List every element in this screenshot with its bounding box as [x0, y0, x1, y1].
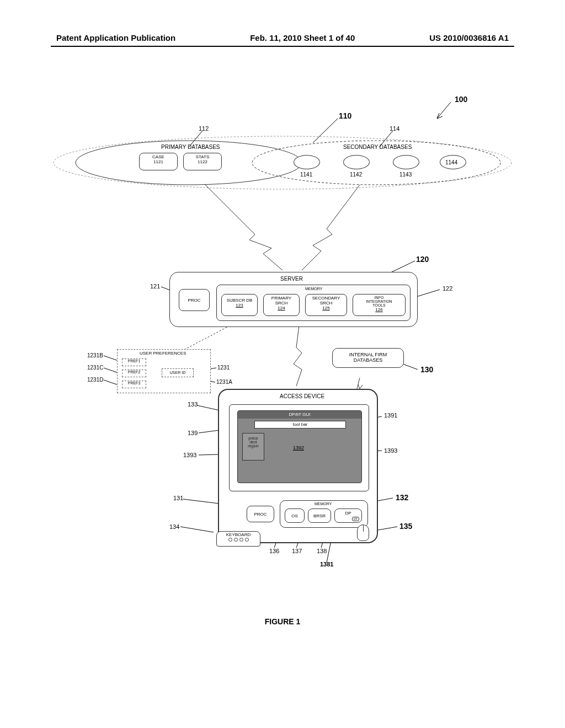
ref-1142: 1142 — [350, 172, 362, 178]
connectors-svg — [51, 47, 514, 643]
secondary-srch-label: SECONDARY SRCH — [306, 296, 347, 306]
figure-1-diagram: 100 110 112 114 120 121 122 130 1231B 12… — [51, 47, 514, 643]
dp-label: DP — [345, 511, 351, 516]
gui-toolbar: tool bar — [254, 421, 346, 429]
mouse-icon — [357, 524, 369, 541]
ref-112: 112 — [199, 125, 209, 132]
figure-caption: FIGURE 1 — [51, 617, 514, 626]
dp-iit-module: DP IIT — [334, 508, 362, 523]
subscr-db-ref: 123 — [222, 303, 257, 308]
primary-db-title: PRIMARY DATABASES — [161, 144, 220, 150]
ref-1393-left: 1393 — [183, 452, 196, 458]
ref-130: 130 — [420, 366, 433, 374]
access-device-title: ACCESS DEVICE — [280, 393, 324, 399]
stats-db-ref: 1122 — [184, 159, 221, 164]
device-screen: DP/IIT GUI tool bar prece dent region 13… — [229, 404, 369, 491]
ref-135: 135 — [399, 522, 412, 531]
case-db-ref: 1121 — [140, 159, 177, 164]
ref-132: 132 — [396, 494, 408, 502]
ref-137: 137 — [292, 548, 302, 554]
ref-1231D: 1231D — [87, 377, 103, 383]
ref-1393-right: 1393 — [384, 447, 397, 454]
user-id-box: USER ID — [162, 368, 194, 377]
server-box: SERVER PROC MEMORY SUBSCR DB 123 PRIMARY… — [169, 272, 418, 327]
access-device: ACCESS DEVICE DP/IIT GUI tool bar prece … — [218, 389, 378, 543]
ref-136: 136 — [269, 548, 279, 554]
ref-139: 139 — [188, 430, 198, 436]
ref-100: 100 — [455, 95, 467, 104]
ref-120: 120 — [416, 255, 429, 264]
main-region-ref: 1392 — [293, 445, 304, 451]
stats-db: STATS 1122 — [183, 153, 222, 170]
sec-db-1143 — [393, 155, 419, 169]
secondary-srch-ref: 125 — [306, 306, 347, 311]
info-tools-ref: 126 — [353, 307, 405, 312]
header-center: Feb. 11, 2010 Sheet 1 of 40 — [250, 33, 355, 42]
ref-1231C: 1231C — [87, 365, 103, 371]
ref-1144: 1144 — [445, 159, 457, 165]
info-tools: INFO INTEGRATION TOOLS 126 — [353, 294, 406, 316]
dp-iit-gui: DP/IIT GUI tool bar prece dent region 13… — [237, 410, 362, 483]
ref-138: 138 — [317, 548, 327, 554]
keyboard: KEYBOARD — [216, 531, 260, 547]
ref-1143: 1143 — [399, 172, 412, 178]
ref-122: 122 — [443, 285, 452, 292]
ref-121: 121 — [150, 283, 160, 290]
subscr-db: SUBSCR DB 123 — [221, 294, 258, 316]
precedent-region: prece dent region — [242, 433, 264, 461]
primary-srch-label: PRIMARY SRCH — [264, 296, 299, 306]
keyboard-label: KEYBOARD — [217, 532, 260, 537]
server-memory-label: MEMORY — [305, 287, 322, 291]
ref-134: 134 — [169, 523, 179, 530]
secondary-db-title: SECONDARY DATABASES — [343, 144, 412, 150]
ref-131: 131 — [173, 495, 183, 501]
brsr-module: BRSR — [308, 508, 331, 523]
device-memory: MEMORY OS BRSR DP IIT — [280, 500, 368, 528]
server-memory: MEMORY SUBSCR DB 123 PRIMARY SRCH 124 SE… — [216, 285, 411, 321]
ref-133: 133 — [188, 401, 198, 408]
user-preferences-box: USER PREFERENCES PREF1 PREF2 PREF3 USER … — [117, 349, 211, 393]
ref-1231: 1231 — [217, 365, 230, 371]
device-proc: PROC — [247, 506, 274, 522]
pref2-box: PREF2 — [122, 370, 146, 377]
keyboard-keys-icon — [217, 538, 260, 542]
pref1-box: PREF1 — [122, 358, 146, 366]
ref-114: 114 — [390, 125, 399, 132]
iit-sub-label: IIT — [352, 517, 359, 521]
pref3-box: PREF3 — [122, 381, 146, 388]
device-memory-label: MEMORY — [315, 502, 332, 506]
ref-110: 110 — [339, 112, 351, 120]
stats-db-label: STATS — [184, 154, 221, 159]
primary-srch-ref: 124 — [264, 306, 299, 311]
header-left: Patent Application Publication — [56, 33, 175, 42]
primary-srch: PRIMARY SRCH 124 — [263, 294, 300, 316]
gui-header: DP/IIT GUI — [238, 411, 361, 419]
ref-1391: 1391 — [384, 412, 397, 419]
header-right: US 2010/0036816 A1 — [429, 33, 509, 42]
internal-firm-db: INTERNAL FIRM DATABASES — [332, 348, 404, 368]
secondary-srch: SECONDARY SRCH 125 — [305, 294, 347, 316]
ref-1141: 1141 — [300, 172, 312, 178]
user-prefs-title: USER PREFERENCES — [140, 351, 186, 356]
server-proc: PROC — [179, 289, 210, 311]
ref-1231B: 1231B — [87, 352, 103, 358]
info-tools-label: INFO INTEGRATION TOOLS — [353, 296, 405, 307]
case-db-label: CASE — [140, 154, 177, 159]
ref-1381: 1381 — [320, 561, 333, 568]
os-module: OS — [285, 508, 305, 523]
subscr-db-label: SUBSCR DB — [222, 298, 257, 303]
sec-db-1142 — [343, 155, 370, 169]
sec-db-1141 — [294, 155, 320, 169]
ref-1231A: 1231A — [216, 379, 232, 385]
case-db: CASE 1121 — [139, 153, 178, 170]
server-title: SERVER — [280, 276, 303, 282]
